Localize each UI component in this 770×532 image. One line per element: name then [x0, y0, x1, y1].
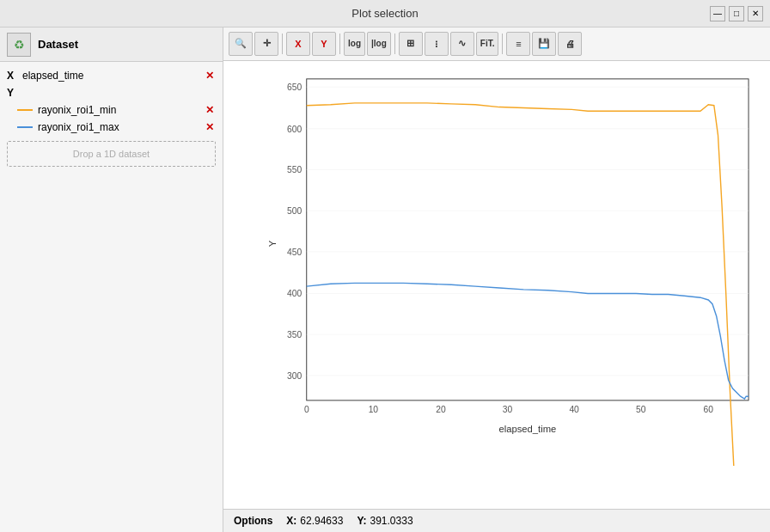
separator-2 [339, 34, 340, 54]
y-status-item: Y: 391.0333 [357, 515, 412, 527]
chart-border [307, 79, 749, 401]
print-icon: 🖨 [565, 39, 575, 49]
x-status-item: X: 62.94633 [286, 515, 343, 527]
toolbar: 🔍 ✛ X Y log |log ⊞ ⫶ [223, 28, 770, 61]
remove-y-0-button[interactable]: ✕ [204, 104, 216, 116]
y-tick-650: 650 [287, 83, 302, 92]
fit-button[interactable]: FiT. [476, 32, 499, 56]
main-content: ♻ Dataset X elapsed_time ✕ Y rayonix_roi… [0, 28, 770, 532]
chart-container: 650 600 550 500 450 400 350 300 0 [223, 61, 770, 509]
legend-button[interactable]: ≡ [506, 32, 530, 56]
zoom-button[interactable]: 🔍 [229, 32, 253, 56]
y-tick-450: 450 [287, 247, 302, 256]
y-item-1: rayonix_roi1_max ✕ [3, 119, 219, 136]
legend-icon: ≡ [516, 39, 521, 49]
drop-zone[interactable]: Drop a 1D dataset [7, 141, 216, 167]
zoom-icon: 🔍 [235, 38, 247, 49]
x-tick-50: 50 [636, 405, 646, 414]
y-tick-350: 350 [287, 330, 302, 339]
x-value: elapsed_time [22, 70, 200, 82]
remove-x-button[interactable]: ✕ [204, 70, 216, 82]
y-tick-400: 400 [287, 289, 302, 298]
plot-area: 🔍 ✛ X Y log |log ⊞ ⫶ [223, 28, 770, 532]
y-tick-500: 500 [287, 206, 302, 216]
pan-icon: ✛ [263, 38, 271, 49]
grid-icon: ⊞ [406, 38, 414, 49]
recycle-icon: ♻ [14, 38, 25, 52]
separator-1 [282, 34, 283, 54]
sidebar-header: ♻ Dataset [0, 28, 223, 62]
y-status-value: 391.0333 [370, 515, 413, 527]
log-y-button[interactable]: |log [367, 32, 391, 56]
reset-x-icon: X [295, 39, 301, 49]
y-key: Y [7, 87, 19, 99]
window-controls[interactable]: — □ ✕ [710, 6, 763, 21]
y-status-label: Y: [357, 515, 366, 527]
y-item-0: rayonix_roi1_min ✕ [3, 101, 219, 119]
y-item-1-label: rayonix_roi1_max [38, 121, 200, 133]
orange-color-indicator [17, 109, 33, 111]
log-x-button[interactable]: log [344, 32, 365, 56]
sidebar-body: X elapsed_time ✕ Y rayonix_roi1_min ✕ ra… [0, 62, 223, 532]
log-y-icon: |log [371, 39, 387, 48]
normalize-button[interactable]: ⫶ [425, 32, 449, 56]
options-item: Options [234, 515, 272, 527]
fit-icon: FiT. [480, 39, 495, 48]
title-bar: Plot selection — □ ✕ [0, 0, 770, 28]
pan-button[interactable]: ✛ [254, 32, 278, 56]
x-status-value: 62.94633 [300, 515, 343, 527]
print-button[interactable]: 🖨 [558, 32, 582, 56]
dataset-label: Dataset [38, 38, 78, 51]
curve-button[interactable]: ∿ [450, 32, 474, 56]
y-axis-label: Y [267, 240, 278, 247]
x-key: X [7, 70, 19, 82]
x-axis-label: elapsed_time [499, 424, 557, 434]
x-status-label: X: [286, 515, 296, 527]
y-tick-300: 300 [287, 370, 302, 380]
reset-y-icon: Y [321, 39, 327, 49]
y-item-0-label: rayonix_roi1_min [38, 104, 200, 116]
grid-button[interactable]: ⊞ [399, 32, 423, 56]
x-row: X elapsed_time ✕ [3, 67, 219, 84]
add-dataset-button[interactable]: ♻ [7, 33, 31, 57]
y-label-row: Y [3, 84, 219, 101]
save-button[interactable]: 💾 [532, 32, 556, 56]
minimize-button[interactable]: — [710, 6, 725, 21]
save-icon: 💾 [538, 38, 550, 49]
close-button[interactable]: ✕ [748, 6, 763, 21]
y-tick-600: 600 [287, 124, 302, 133]
sidebar: ♻ Dataset X elapsed_time ✕ Y rayonix_roi… [0, 28, 223, 532]
remove-y-1-button[interactable]: ✕ [204, 121, 216, 133]
reset-x-button[interactable]: X [286, 32, 310, 56]
normalize-icon: ⫶ [434, 39, 439, 49]
curve-icon: ∿ [458, 38, 466, 49]
x-tick-30: 30 [503, 405, 513, 414]
status-bar: Options X: 62.94633 Y: 391.0333 [223, 509, 770, 532]
x-tick-40: 40 [569, 405, 579, 414]
maximize-button[interactable]: □ [729, 6, 744, 21]
x-tick-0: 0 [304, 405, 309, 414]
log-x-icon: log [348, 39, 361, 48]
y-tick-550: 550 [287, 165, 302, 174]
separator-3 [394, 34, 395, 54]
separator-4 [502, 34, 503, 54]
x-tick-20: 20 [436, 405, 446, 414]
x-tick-10: 10 [369, 405, 379, 414]
x-tick-60: 60 [704, 405, 714, 414]
reset-y-button[interactable]: Y [312, 32, 336, 56]
blue-color-indicator [17, 126, 33, 128]
options-label: Options [234, 515, 272, 527]
window-title: Plot selection [351, 7, 418, 20]
chart-svg: 650 600 550 500 450 400 350 300 0 [266, 70, 761, 466]
